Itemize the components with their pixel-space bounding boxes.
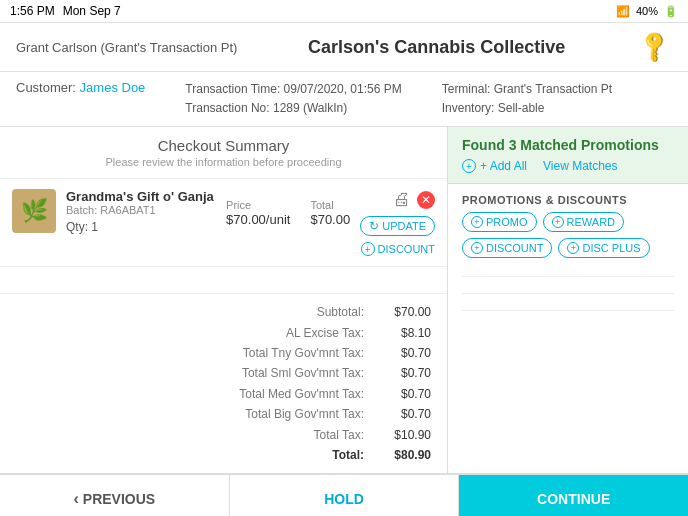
transaction-time-label: Transaction Time:	[185, 82, 280, 96]
discount-button[interactable]: + DISCOUNT	[361, 242, 435, 256]
total-tax-line: Total Tax: $10.90	[16, 425, 431, 445]
previous-button[interactable]: ‹ PREVIOUS	[0, 475, 230, 516]
grand-total-line: Total: $80.90	[16, 445, 431, 465]
item-qty: Qty: 1	[66, 220, 216, 234]
total-block: Total $70.00	[310, 197, 350, 227]
print-button[interactable]: 🖨	[393, 189, 411, 210]
transaction-section: Transaction Time: 09/07/2020, 01:56 PM T…	[185, 80, 401, 118]
hold-button[interactable]: HOLD	[230, 475, 460, 516]
customer-bar: Customer: James Doe Transaction Time: 09…	[0, 72, 688, 127]
excise-tax-line: AL Excise Tax: $8.10	[16, 323, 431, 343]
battery-icon: 🔋	[664, 5, 678, 18]
item-details: Grandma's Gift o' Ganja Batch: RA6ABAT1 …	[66, 189, 216, 234]
sml-tax-line: Total Sml Gov'mnt Tax: $0.70	[16, 363, 431, 383]
item-name: Grandma's Gift o' Ganja	[66, 189, 216, 204]
promo-empty-lines	[448, 268, 688, 319]
promotions-panel: Found 3 Matched Promotions + + Add All V…	[448, 127, 688, 473]
promotions-title: Found 3 Matched Promotions	[462, 137, 674, 153]
view-matches-button[interactable]: View Matches	[543, 159, 617, 173]
status-bar: 1:56 PM Mon Sep 7 📶 40% 🔋	[0, 0, 688, 23]
tny-tax-line: Total Tny Gov'mnt Tax: $0.70	[16, 343, 431, 363]
subtotal-line: Subtotal: $70.00	[16, 302, 431, 322]
transaction-no-label: Transaction No:	[185, 101, 269, 115]
promotions-header: Found 3 Matched Promotions + + Add All V…	[448, 127, 688, 184]
disc-plus-button[interactable]: + DISC PLUS	[558, 238, 649, 258]
chevron-left-icon: ‹	[73, 490, 78, 508]
customer-name[interactable]: James Doe	[80, 80, 146, 95]
checkout-title: Checkout Summary	[10, 137, 437, 154]
terminal-section: Terminal: Grant's Transaction Pt Invento…	[442, 80, 612, 118]
update-button[interactable]: ↻ UPDATE	[360, 216, 435, 236]
main-content: Checkout Summary Please review the infor…	[0, 127, 688, 473]
item-pricing: Price $70.00/unit Total $70.00	[226, 197, 350, 227]
item-image: 🌿	[12, 189, 56, 233]
transaction-no-value: 1289 (WalkIn)	[273, 101, 347, 115]
promotions-actions: + + Add All View Matches	[462, 159, 674, 173]
promo-plus-icon: +	[471, 216, 483, 228]
inventory-label: Inventory:	[442, 101, 495, 115]
item-batch: Batch: RA6ABAT1	[66, 204, 216, 216]
plus-icon: +	[361, 242, 375, 256]
med-tax-line: Total Med Gov'mnt Tax: $0.70	[16, 384, 431, 404]
discount-plus-icon: +	[471, 242, 483, 254]
transaction-time-value: 09/07/2020, 01:56 PM	[284, 82, 402, 96]
header: Grant Carlson (Grant's Transaction Pt) C…	[0, 23, 688, 72]
cart-item: 🌿 Grandma's Gift o' Ganja Batch: RA6ABAT…	[0, 179, 447, 267]
promo-buttons: + PROMO + REWARD + DISCOUNT + DISC PLUS	[448, 212, 688, 268]
cart-empty-space	[0, 267, 447, 293]
reward-button[interactable]: + REWARD	[543, 212, 624, 232]
reward-plus-icon: +	[552, 216, 564, 228]
disc-plus-plus-icon: +	[567, 242, 579, 254]
key-icon: 🔑	[635, 28, 672, 65]
continue-button[interactable]: CONTINUE	[459, 475, 688, 516]
promo-line-2	[462, 293, 674, 294]
promo-line-3	[462, 310, 674, 311]
add-all-button[interactable]: + + Add All	[462, 159, 527, 173]
terminal-label: Terminal:	[442, 82, 491, 96]
user-label: Grant Carlson (Grant's Transaction Pt)	[16, 40, 237, 55]
customer-section: Customer: James Doe	[16, 80, 145, 95]
checkout-header: Checkout Summary Please review the infor…	[0, 127, 447, 179]
item-actions: 🖨 ✕ ↻ UPDATE + DISCOUNT	[360, 189, 435, 256]
bottom-nav: ‹ PREVIOUS HOLD CONTINUE	[0, 473, 688, 516]
refresh-icon: ↻	[369, 219, 379, 233]
checkout-subtitle: Please review the information before pro…	[10, 156, 437, 168]
discount-type-button[interactable]: + DISCOUNT	[462, 238, 552, 258]
terminal-value: Grant's Transaction Pt	[494, 82, 612, 96]
promo-button[interactable]: + PROMO	[462, 212, 537, 232]
key-button[interactable]: 🔑	[636, 29, 672, 65]
totals-section: Subtotal: $70.00 AL Excise Tax: $8.10 To…	[0, 293, 447, 473]
promotions-discounts-header: PROMOTIONS & DISCOUNTS	[448, 184, 688, 212]
big-tax-line: Total Big Gov'mnt Tax: $0.70	[16, 404, 431, 424]
delete-button[interactable]: ✕	[417, 191, 435, 209]
battery-level: 40%	[636, 5, 658, 17]
status-date: Mon Sep 7	[63, 4, 121, 18]
price-block: Price $70.00/unit	[226, 197, 290, 227]
promo-line-1	[462, 276, 674, 277]
store-name: Carlson's Cannabis Collective	[308, 37, 565, 58]
wifi-icon: 📶	[616, 5, 630, 18]
status-time: 1:56 PM	[10, 4, 55, 18]
customer-label: Customer:	[16, 80, 76, 95]
inventory-value: Sell-able	[498, 101, 545, 115]
checkout-panel: Checkout Summary Please review the infor…	[0, 127, 448, 473]
user-info: Grant Carlson (Grant's Transaction Pt)	[16, 40, 237, 55]
add-all-icon: +	[462, 159, 476, 173]
